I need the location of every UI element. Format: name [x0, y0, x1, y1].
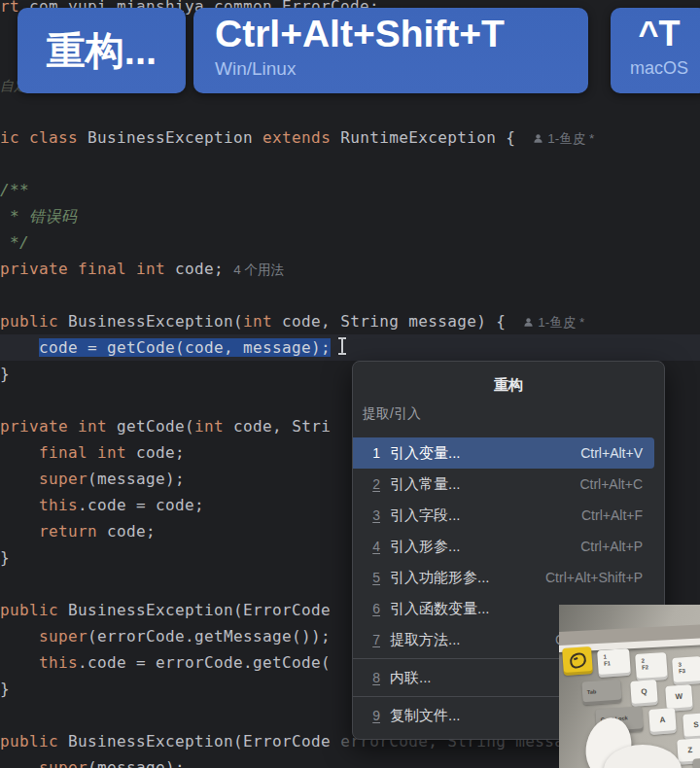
menu-item-mnemonic: 4	[368, 539, 380, 554]
menu-item-shortcut: Ctrl+Alt+V	[580, 445, 643, 461]
callout-refactor: 重构...	[18, 8, 186, 93]
code-line[interactable]: return code;	[0, 518, 156, 544]
menu-item-shortcut: Ctrl+Alt+C	[579, 476, 643, 492]
code-token	[0, 653, 39, 672]
code-token: BusinessException	[78, 128, 262, 147]
code-token: }	[0, 365, 10, 383]
author-annotation: 1-鱼皮 *	[523, 315, 584, 330]
code-token: int	[194, 417, 224, 436]
code-line[interactable]: code = getCode(code, message);	[0, 334, 331, 361]
menu-item-3[interactable]: 3引入字段...Ctrl+Alt+F	[353, 500, 654, 531]
menu-item-1[interactable]: 1引入变量...Ctrl+Alt+V	[353, 437, 654, 469]
code-token: return	[39, 522, 97, 541]
keycap-label: 3F3	[672, 656, 700, 676]
code-token: public	[0, 601, 58, 619]
menu-item-shortcut: Ctrl+Alt+P	[580, 539, 643, 554]
code-line[interactable]: super(message);	[0, 466, 185, 492]
code-line[interactable]: final int code;	[0, 439, 185, 466]
author-icon	[533, 133, 543, 144]
code-token: .code = code;	[78, 496, 204, 514]
code-token	[0, 627, 39, 646]
code-token	[19, 128, 29, 147]
code-token: RuntimeException {	[331, 128, 525, 147]
code-token: private	[0, 260, 68, 278]
keycap-1-f1: 1F1	[597, 648, 631, 678]
code-token: code, String message) {	[272, 312, 515, 331]
code-token: }	[0, 680, 10, 698]
code-line[interactable]: }	[0, 544, 10, 571]
keycap-label: 1F1	[597, 648, 630, 668]
code-token: int	[136, 260, 165, 278]
code-line[interactable]: private int getCode(int code, Stri	[0, 413, 331, 439]
code-line[interactable]: ic class BusinessException extends Runti…	[0, 124, 594, 151]
menu-item-label: 引入字段...	[390, 506, 461, 525]
code-line[interactable]: private final int code; 4 个用法	[0, 256, 284, 282]
keycap-label: Tab	[581, 680, 621, 696]
code-token: code;	[126, 443, 185, 462]
code-token: getCode(	[107, 417, 194, 436]
mac-platform-label: macOS	[611, 58, 700, 79]
code-token: * 错误码	[0, 207, 77, 226]
menu-item-shortcut: Ctrl+Alt+Shift+P	[545, 570, 643, 585]
code-token: int	[78, 417, 107, 436]
code-line[interactable]: */	[0, 229, 29, 256]
code-token: BusinessException(ErrorCode	[58, 732, 340, 751]
keycap-label: Q	[631, 686, 658, 697]
code-token	[68, 260, 78, 278]
code-token	[126, 260, 136, 278]
code-token: int	[243, 312, 272, 331]
code-line[interactable]: public BusinessException(int code, Strin…	[0, 308, 584, 334]
code-token: code;	[97, 522, 156, 541]
menu-item-label: 引入函数变量...	[390, 600, 490, 618]
esc-keycap-art	[568, 651, 588, 671]
keycap-label: S	[683, 719, 700, 730]
menu-item-mnemonic: 2	[368, 476, 380, 492]
menu-section-header: 提取/引入	[353, 402, 664, 424]
win-platform-label: Win/Linux	[215, 58, 588, 80]
code-line[interactable]: * 错误码	[0, 203, 77, 229]
code-line[interactable]: public BusinessException(ErrorCode	[0, 597, 331, 623]
code-token: final	[78, 260, 126, 278]
code-token: (errorCode.getMessage());	[88, 627, 331, 646]
code-line[interactable]: this.code = errorCode.getCode(	[0, 649, 331, 676]
code-token: ic	[0, 128, 19, 147]
menu-item-mnemonic: 7	[368, 632, 380, 647]
keycap-label: 2F2	[635, 652, 667, 672]
code-line[interactable]: /**	[0, 177, 29, 203]
code-token: rt	[0, 0, 19, 16]
menu-item-2[interactable]: 2引入常量...Ctrl+Alt+C	[353, 469, 654, 500]
code-line[interactable]: super(message);	[0, 754, 185, 768]
webcam-overlay: 1F12F23F3TabQWCaps LockASZ	[559, 605, 700, 768]
keycap	[562, 646, 593, 676]
menu-item-label: 提取方法...	[390, 631, 461, 649]
code-line[interactable]: this.code = code;	[0, 492, 204, 518]
menu-item-mnemonic: 5	[368, 570, 380, 585]
menu-item-shortcut: Ctrl+Alt+F	[581, 507, 643, 523]
code-token: public	[0, 312, 58, 331]
menu-item-label: 内联...	[390, 669, 432, 687]
keycap-label: Z	[678, 745, 700, 755]
code-line[interactable]: }	[0, 361, 10, 387]
callout-mac-shortcut: ^T macOS	[611, 8, 700, 93]
code-line[interactable]: super(errorCode.getMessage());	[0, 623, 331, 649]
code-token	[0, 496, 39, 514]
code-token: this	[39, 653, 78, 672]
code-token: public	[0, 732, 58, 751]
author-annotation: 1-鱼皮 *	[533, 131, 594, 146]
code-line[interactable]: }	[0, 676, 10, 702]
code-token: this	[39, 496, 78, 514]
code-token: int	[97, 443, 126, 462]
code-token: extends	[262, 128, 331, 147]
code-token	[68, 417, 78, 436]
code-token: BusinessException(ErrorCode	[58, 601, 331, 619]
keycap-label: A	[649, 715, 677, 725]
code-token: code;	[165, 260, 233, 278]
keycap-s: S	[682, 713, 700, 740]
code-token: (message);	[88, 470, 185, 488]
menu-item-5[interactable]: 5引入功能形参...Ctrl+Alt+Shift+P	[353, 562, 654, 593]
code-token	[0, 470, 39, 488]
code-token: super	[39, 470, 88, 488]
keycap-q: Q	[630, 680, 658, 707]
menu-item-4[interactable]: 4引入形参...Ctrl+Alt+P	[353, 531, 654, 562]
menu-item-mnemonic: 3	[368, 507, 380, 523]
